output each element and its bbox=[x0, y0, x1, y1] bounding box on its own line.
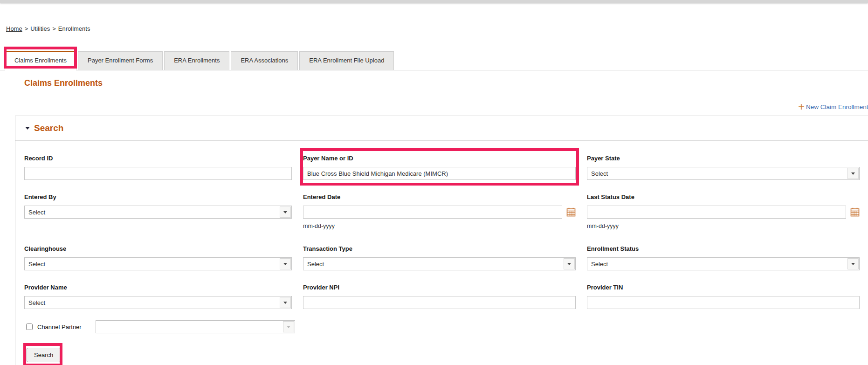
channel-partner-checkbox[interactable] bbox=[26, 324, 33, 330]
page-title: Claims Enrollments bbox=[24, 78, 103, 88]
provider-name-selected-value: Select bbox=[25, 299, 279, 306]
enrollment-status-field: Enrollment Status Select bbox=[587, 245, 860, 270]
clearinghouse-field: Clearinghouse Select bbox=[24, 245, 292, 270]
transaction-type-field: Transaction Type Select bbox=[303, 245, 576, 270]
search-button[interactable]: Search bbox=[27, 348, 61, 362]
provider-name-field: Provider Name Select bbox=[24, 284, 292, 309]
tab-claims-enrollments[interactable]: Claims Enrollments bbox=[5, 51, 76, 70]
browser-chrome-strip bbox=[0, 0, 868, 3]
channel-partner-row: Channel Partner bbox=[24, 320, 868, 333]
breadcrumb-separator: > bbox=[25, 25, 28, 32]
search-form: Record ID Payer Name or ID Payer State S… bbox=[15, 141, 868, 362]
provider-npi-field: Provider NPI bbox=[303, 284, 576, 309]
provider-name-label: Provider Name bbox=[24, 284, 292, 291]
breadcrumb-home-link[interactable]: Home bbox=[6, 25, 22, 32]
entered-by-select[interactable]: Select bbox=[24, 206, 292, 219]
transaction-type-selected-value: Select bbox=[303, 261, 563, 268]
record-id-input[interactable] bbox=[24, 167, 292, 180]
tab-era-associations[interactable]: ERA Associations bbox=[231, 51, 298, 70]
entered-by-dropdown-button[interactable] bbox=[280, 207, 291, 218]
tab-bar: Claims Enrollments Payer Enrollment Form… bbox=[0, 51, 868, 70]
payer-state-selected-value: Select bbox=[587, 170, 847, 177]
enrollment-status-dropdown-button[interactable] bbox=[847, 258, 859, 269]
payer-state-label: Payer State bbox=[587, 155, 860, 162]
entered-date-label: Entered Date bbox=[303, 193, 576, 200]
tab-payer-enrollment-forms[interactable]: Payer Enrollment Forms bbox=[78, 51, 163, 70]
chevron-down-icon bbox=[851, 172, 855, 175]
provider-name-select[interactable]: Select bbox=[24, 296, 292, 309]
record-id-field: Record ID bbox=[24, 155, 292, 180]
entered-date-field: Entered Date mm-dd-yyyy bbox=[303, 193, 576, 229]
clearinghouse-selected-value: Select bbox=[25, 261, 279, 268]
chevron-down-icon bbox=[567, 263, 571, 265]
breadcrumb-utilities: Utilities bbox=[30, 25, 50, 32]
channel-partner-select[interactable] bbox=[96, 320, 295, 333]
calendar-icon[interactable] bbox=[850, 207, 860, 217]
breadcrumb-enrollments: Enrollments bbox=[58, 25, 90, 32]
provider-tin-input[interactable] bbox=[587, 296, 860, 309]
enrollment-status-select[interactable]: Select bbox=[587, 257, 860, 270]
search-panel-title: Search bbox=[34, 123, 63, 133]
clearinghouse-dropdown-button[interactable] bbox=[280, 258, 291, 269]
tab-era-enrollment-file-upload[interactable]: ERA Enrollment File Upload bbox=[299, 51, 394, 70]
payer-name-or-id-input[interactable] bbox=[303, 167, 576, 180]
last-status-date-format-hint: mm-dd-yyyy bbox=[587, 223, 860, 229]
transaction-type-select[interactable]: Select bbox=[303, 257, 576, 270]
collapse-caret-icon bbox=[25, 127, 30, 130]
channel-partner-dropdown-button[interactable] bbox=[283, 321, 294, 332]
chevron-down-icon bbox=[283, 211, 287, 213]
calendar-icon[interactable] bbox=[566, 207, 576, 217]
enrollment-status-label: Enrollment Status bbox=[587, 245, 860, 252]
enrollment-status-selected-value: Select bbox=[587, 261, 847, 268]
transaction-type-dropdown-button[interactable] bbox=[564, 258, 575, 269]
payer-name-or-id-label: Payer Name or ID bbox=[303, 155, 576, 162]
payer-state-select[interactable]: Select bbox=[587, 167, 860, 180]
entered-date-input[interactable] bbox=[303, 206, 562, 219]
breadcrumb: Home>Utilities>Enrollments bbox=[6, 25, 90, 32]
payer-state-field: Payer State Select bbox=[587, 155, 860, 180]
provider-name-dropdown-button[interactable] bbox=[280, 297, 291, 308]
payer-state-dropdown-button[interactable] bbox=[847, 168, 859, 179]
record-id-label: Record ID bbox=[24, 155, 292, 162]
last-status-date-label: Last Status Date bbox=[587, 193, 860, 200]
search-panel: Search Record ID Payer Name or ID Payer … bbox=[15, 116, 868, 365]
channel-partner-label: Channel Partner bbox=[37, 324, 82, 331]
entered-by-field: Entered By Select bbox=[24, 193, 292, 229]
entered-date-format-hint: mm-dd-yyyy bbox=[303, 223, 576, 229]
provider-npi-label: Provider NPI bbox=[303, 284, 576, 291]
new-claim-enrollment-link[interactable]: + New Claim Enrollment bbox=[798, 102, 868, 111]
provider-npi-input[interactable] bbox=[303, 296, 576, 309]
last-status-date-input[interactable] bbox=[587, 206, 846, 219]
clearinghouse-label: Clearinghouse bbox=[24, 245, 292, 252]
transaction-type-label: Transaction Type bbox=[303, 245, 576, 252]
entered-by-label: Entered By bbox=[24, 193, 292, 200]
entered-by-selected-value: Select bbox=[25, 209, 279, 216]
search-panel-header[interactable]: Search bbox=[15, 116, 868, 141]
breadcrumb-separator: > bbox=[52, 25, 56, 32]
payer-name-or-id-field: Payer Name or ID bbox=[303, 155, 576, 180]
last-status-date-field: Last Status Date mm-dd-y bbox=[587, 193, 860, 229]
new-claim-enrollment-label: New Claim Enrollment bbox=[806, 103, 868, 110]
chevron-down-icon bbox=[283, 302, 287, 304]
provider-tin-field: Provider TIN bbox=[587, 284, 860, 309]
chevron-down-icon bbox=[283, 263, 287, 265]
provider-tin-label: Provider TIN bbox=[587, 284, 860, 291]
tab-era-enrollments[interactable]: ERA Enrollments bbox=[164, 51, 229, 70]
chevron-down-icon bbox=[851, 263, 855, 265]
chevron-down-icon bbox=[287, 326, 290, 328]
clearinghouse-select[interactable]: Select bbox=[24, 257, 292, 270]
plus-icon: + bbox=[798, 102, 805, 111]
